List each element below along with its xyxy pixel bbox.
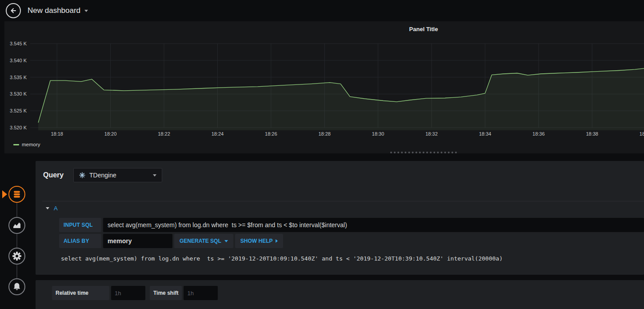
datasource-picker[interactable]: TDengine <box>73 168 162 182</box>
alias-by-field[interactable] <box>103 234 172 248</box>
generate-sql-button[interactable]: GENERATE SQL <box>174 234 233 248</box>
dashboard-title[interactable]: New dashboard <box>28 0 88 21</box>
legend-label[interactable]: memory <box>22 142 40 147</box>
top-navbar: New dashboard <box>0 0 644 21</box>
svg-text:3.525 K: 3.525 K <box>10 108 27 113</box>
tab-connector-line <box>16 194 17 287</box>
svg-text:18:24: 18:24 <box>212 131 224 136</box>
svg-text:3.530 K: 3.530 K <box>10 91 27 96</box>
tab-alert[interactable] <box>8 278 25 295</box>
collapse-caret-icon <box>46 207 49 209</box>
time-series-chart[interactable]: 3.545 K3.540 K3.535 K3.530 K3.525 K3.520… <box>4 21 644 153</box>
chart-icon <box>12 221 21 230</box>
svg-text:18:40: 18:40 <box>640 131 644 136</box>
chevron-down-icon <box>153 174 156 177</box>
svg-text:3.545 K: 3.545 K <box>10 41 27 46</box>
svg-text:18:18: 18:18 <box>51 131 63 136</box>
relative-time-input[interactable] <box>111 286 145 300</box>
time-shift-label: Time shift <box>150 286 182 300</box>
relative-time-group: Relative time <box>52 286 145 300</box>
tab-queries[interactable] <box>8 186 25 203</box>
query-ref-id: A <box>54 205 58 212</box>
input-sql-field[interactable] <box>103 218 644 232</box>
svg-text:18:38: 18:38 <box>586 131 598 136</box>
query-row-header[interactable]: A <box>42 201 644 215</box>
scrollbar-handle[interactable] <box>390 152 457 153</box>
alias-by-row: ALIAS BY GENERATE SQL SHOW HELP <box>59 234 283 248</box>
query-section-title: Query <box>43 171 64 180</box>
chevron-down-icon <box>84 10 88 12</box>
input-sql-row: INPUT SQL <box>59 218 644 232</box>
svg-text:18:34: 18:34 <box>479 131 492 136</box>
graph-panel: Panel Title 3.545 K3.540 K3.535 K3.530 K… <box>4 21 644 153</box>
generate-sql-label: GENERATE SQL <box>180 238 221 244</box>
time-options-section: Relative time Time shift <box>36 280 644 309</box>
show-help-label: SHOW HELP <box>240 238 273 244</box>
database-icon <box>12 190 21 199</box>
dashboard-title-text: New dashboard <box>28 6 80 15</box>
tab-general[interactable] <box>8 248 25 265</box>
datasource-name: TDengine <box>89 172 149 179</box>
bell-icon <box>12 282 21 291</box>
alias-by-label: ALIAS BY <box>59 234 101 248</box>
show-help-button[interactable]: SHOW HELP <box>235 234 284 248</box>
panel-legend: memory <box>13 142 40 147</box>
query-section: Query TDengine A INPUT SQL ALIAS BY GENE… <box>36 161 644 275</box>
input-sql-label: INPUT SQL <box>59 218 101 232</box>
panel-editor-tabs <box>0 161 36 309</box>
svg-text:18:22: 18:22 <box>158 131 170 136</box>
arrow-left-icon <box>9 7 17 15</box>
time-shift-group: Time shift <box>150 286 218 300</box>
chevron-right-icon <box>276 239 278 243</box>
generated-sql-preview: select avg(mem_system) from log.dn where… <box>61 255 503 262</box>
svg-text:18:20: 18:20 <box>104 131 117 136</box>
svg-text:18:28: 18:28 <box>318 131 331 136</box>
back-button[interactable] <box>6 3 21 18</box>
gear-icon <box>12 251 22 261</box>
svg-text:18:36: 18:36 <box>532 131 545 136</box>
tab-visualization[interactable] <box>8 217 25 234</box>
svg-text:18:32: 18:32 <box>425 131 438 136</box>
active-tab-arrow-icon <box>2 190 7 198</box>
legend-color-swatch[interactable] <box>13 144 19 145</box>
tdengine-logo-icon <box>79 172 85 178</box>
chevron-down-icon <box>224 240 228 242</box>
svg-text:3.535 K: 3.535 K <box>10 75 27 80</box>
time-shift-input[interactable] <box>184 286 218 300</box>
svg-text:3.520 K: 3.520 K <box>10 125 27 130</box>
svg-text:18:26: 18:26 <box>265 131 277 136</box>
time-options-row: Relative time Time shift <box>52 286 218 300</box>
relative-time-label: Relative time <box>52 286 109 300</box>
svg-text:3.540 K: 3.540 K <box>10 58 27 63</box>
svg-text:18:30: 18:30 <box>372 131 384 136</box>
